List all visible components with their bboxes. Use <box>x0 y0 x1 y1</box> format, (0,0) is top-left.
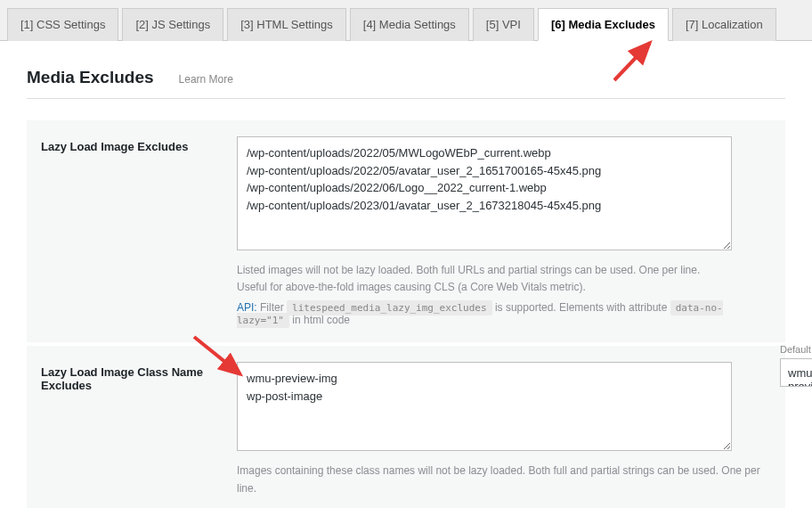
api-info: API: Filter litespeed_media_lazy_img_exc… <box>237 301 771 326</box>
setting-lazyload-img-excludes: Lazy Load Image Excludes Listed images w… <box>27 120 785 342</box>
learn-more-link[interactable]: Learn More <box>179 73 233 86</box>
tab-localization[interactable]: [7] Localization <box>672 8 776 41</box>
tab-media-settings[interactable]: [4] Media Settings <box>350 8 469 41</box>
content-panel: Media Excludes Learn More Lazy Load Imag… <box>0 41 812 508</box>
help-line: Listed images will not be lazy loaded. B… <box>237 262 771 279</box>
default-value-label: Default value: <box>780 344 812 355</box>
tab-html-settings[interactable]: [3] HTML Settings <box>227 8 346 41</box>
api-text: in html code <box>292 314 350 326</box>
help-text: Listed images will not be lazy loaded. B… <box>237 262 771 296</box>
lazyload-img-excludes-textarea[interactable] <box>237 136 732 250</box>
tab-vpi[interactable]: [5] VPI <box>473 8 534 41</box>
setting-control: Listed images will not be lazy loaded. B… <box>237 136 771 326</box>
setting-label: Lazy Load Image Excludes <box>41 136 237 153</box>
tab-js-settings[interactable]: [2] JS Settings <box>122 8 223 41</box>
default-value-box: Default value: wmu-previe <box>780 344 812 387</box>
tab-css-settings[interactable]: [1] CSS Settings <box>7 8 118 41</box>
page-header: Media Excludes Learn More <box>27 68 785 99</box>
api-filter-text: Filter <box>260 301 284 314</box>
lazyload-class-excludes-textarea[interactable] <box>237 362 732 451</box>
settings-tabs: [1] CSS Settings [2] JS Settings [3] HTM… <box>0 0 812 41</box>
setting-label: Lazy Load Image Class Name Excludes <box>41 362 237 392</box>
api-text: is supported. Elements with attribute <box>495 301 667 314</box>
help-text: Images containing these class names will… <box>237 463 771 496</box>
setting-control: Default value: wmu-previe Images contain… <box>237 362 771 496</box>
api-label: API: <box>237 301 257 314</box>
setting-lazyload-class-excludes: Lazy Load Image Class Name Excludes Defa… <box>27 346 785 508</box>
default-value-content: wmu-previe <box>780 358 812 387</box>
help-line: Useful for above-the-fold images causing… <box>237 279 771 296</box>
tab-media-excludes[interactable]: [6] Media Excludes <box>538 8 669 41</box>
page-title: Media Excludes <box>27 68 154 87</box>
